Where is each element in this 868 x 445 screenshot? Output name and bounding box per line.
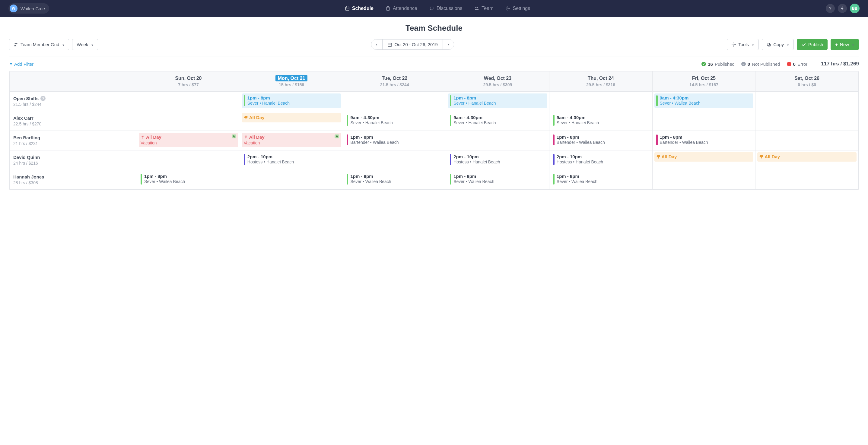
schedule-cell[interactable] xyxy=(652,111,755,131)
prev-week-button[interactable]: ‹ xyxy=(371,39,382,49)
shift-card[interactable]: 1pm - 8pmSever • Wailea Beach xyxy=(448,172,547,186)
schedule-cell[interactable] xyxy=(343,150,446,170)
day-header: Sat, Oct 260 hrs / $0 xyxy=(755,71,859,92)
row-summary: 24 hrs / $216 xyxy=(13,161,133,166)
day-label: Fri, Oct 25 xyxy=(692,76,716,81)
shift-card[interactable]: 1pm - 8pmBartender • Wailea Beach xyxy=(345,133,444,147)
shift-desc: Bartender • Wailea Beach xyxy=(660,140,708,145)
shift-card[interactable]: 9am - 4:30pmSever • Hanalei Beach xyxy=(345,113,444,128)
user-avatar[interactable]: BB xyxy=(850,4,860,13)
shift-card[interactable]: 1pm - 8pmSever • Hanalei Beach xyxy=(448,94,547,108)
svg-point-6 xyxy=(475,7,477,8)
schedule-cell[interactable]: All Day xyxy=(240,111,343,131)
schedule-cell[interactable] xyxy=(652,170,755,190)
shift-card[interactable]: 1pm - 8pmSever • Wailea Beach xyxy=(345,172,444,186)
tools-button[interactable]: Tools xyxy=(727,39,759,50)
add-filter-button[interactable]: Add Filter xyxy=(9,62,33,67)
row-name: Alex Carr xyxy=(13,115,133,121)
schedule-cell[interactable]: 1pm - 8pmBartender • Wailea Beach xyxy=(343,131,446,150)
team-icon xyxy=(13,42,19,47)
schedule-cell[interactable]: All DayVacationA xyxy=(137,131,240,150)
shift-card[interactable]: 1pm - 8pmBartender • Wailea Beach xyxy=(551,133,650,147)
schedule-cell[interactable] xyxy=(240,170,343,190)
help-button[interactable]: ? xyxy=(826,4,835,13)
schedule-cell[interactable] xyxy=(137,111,240,131)
schedule-cell[interactable] xyxy=(755,92,859,111)
row-header: Open Shifts ?21.5 hrs / $244 xyxy=(10,92,137,111)
schedule-cell[interactable]: 2pm - 10pmHostess • Hanalei Beach xyxy=(549,150,652,170)
nav-team[interactable]: Team xyxy=(474,6,493,11)
shift-card[interactable]: 9am - 4:30pmSever • Hanalei Beach xyxy=(448,113,547,128)
schedule-cell[interactable] xyxy=(755,170,859,190)
schedule-cell[interactable]: 2pm - 10pmHostess • Hanalei Beach xyxy=(446,150,549,170)
schedule-cell[interactable]: 1pm - 8pmSever • Wailea Beach xyxy=(549,170,652,190)
schedule-cell[interactable]: All Day xyxy=(652,150,755,170)
brand-switcher[interactable]: W Wailea Cafe xyxy=(8,3,49,13)
shift-card[interactable]: All DayVacationA xyxy=(139,133,238,147)
shift-desc: Hostess • Hanalei Beach xyxy=(454,160,500,164)
row-name: Open Shifts ? xyxy=(13,96,133,101)
shift-desc: Sever • Hanalei Beach xyxy=(454,101,496,105)
nav-settings[interactable]: Settings xyxy=(505,6,530,11)
publish-button[interactable]: Publish xyxy=(797,39,828,50)
nav-discussions[interactable]: Discussions xyxy=(429,6,462,11)
schedule-cell[interactable] xyxy=(755,131,859,150)
schedule-cell[interactable] xyxy=(446,131,549,150)
shift-card[interactable]: 2pm - 10pmHostess • Hanalei Beach xyxy=(551,152,650,167)
shift-card[interactable]: All Day xyxy=(654,152,754,162)
timespan-select[interactable]: Week xyxy=(72,39,98,50)
next-week-button[interactable]: › xyxy=(443,39,454,49)
schedule-cell[interactable] xyxy=(549,92,652,111)
gear-icon xyxy=(505,6,510,11)
schedule-cell[interactable]: All Day xyxy=(755,150,859,170)
shift-color-bar xyxy=(450,95,451,106)
schedule-cell[interactable] xyxy=(755,111,859,131)
schedule-cell[interactable]: 1pm - 8pmSever • Hanalei Beach xyxy=(240,92,343,111)
shift-card[interactable]: All Day xyxy=(242,113,341,123)
help-icon: ? xyxy=(40,96,45,101)
shift-time: 9am - 4:30pm xyxy=(557,115,599,120)
shift-color-bar xyxy=(347,134,348,145)
schedule-cell[interactable]: 9am - 4:30pmSever • Hanalei Beach xyxy=(343,111,446,131)
copy-button[interactable]: Copy xyxy=(762,39,794,50)
schedule-cell[interactable]: 1pm - 8pmBartender • Wailea Beach xyxy=(652,131,755,150)
activity-button[interactable] xyxy=(838,4,847,13)
shift-desc: Sever • Wailea Beach xyxy=(144,179,185,184)
shift-card[interactable]: 9am - 4:30pmSever • Hanalei Beach xyxy=(551,113,650,128)
date-range-button[interactable]: Oct 20 - Oct 26, 2019 xyxy=(382,39,443,49)
schedule-row: Ben Bartling21 hrs / $231All DayVacation… xyxy=(10,131,859,150)
schedule-cell[interactable]: 1pm - 8pmSever • Wailea Beach xyxy=(446,170,549,190)
schedule-cell[interactable] xyxy=(137,92,240,111)
schedule-cell[interactable]: 9am - 4:30pmSever • Hanalei Beach xyxy=(446,111,549,131)
shift-card[interactable]: 1pm - 8pmSever • Hanalei Beach xyxy=(242,94,341,108)
schedule-cell[interactable]: 1pm - 8pmSever • Hanalei Beach xyxy=(446,92,549,111)
shift-card[interactable]: All DayVacationA xyxy=(242,133,341,147)
brand-name: Wailea Cafe xyxy=(21,6,45,11)
shift-card[interactable]: All Day xyxy=(757,152,857,162)
shift-desc: Sever • Hanalei Beach xyxy=(454,120,496,125)
shift-card[interactable]: 9am - 4:30pmSever • Wailea Beach xyxy=(654,94,754,108)
shift-card[interactable]: 1pm - 8pmBartender • Wailea Beach xyxy=(654,133,754,147)
schedule-cell[interactable] xyxy=(343,92,446,111)
shift-card[interactable]: 2pm - 10pmHostess • Hanalei Beach xyxy=(448,152,547,167)
palm-icon xyxy=(141,135,145,140)
shift-card[interactable]: 1pm - 8pmSever • Wailea Beach xyxy=(139,172,238,186)
schedule-cell[interactable]: 9am - 4:30pmSever • Wailea Beach xyxy=(652,92,755,111)
shift-card[interactable]: 2pm - 10pmHostess • Hanalei Beach xyxy=(242,152,341,167)
schedule-cell[interactable] xyxy=(137,150,240,170)
alert-circle-icon: ! xyxy=(787,62,792,66)
plus-icon: + xyxy=(835,42,838,47)
shift-card[interactable]: 1pm - 8pmSever • Wailea Beach xyxy=(551,172,650,186)
nav-attendance[interactable]: Attendance xyxy=(385,6,417,11)
schedule-cell[interactable]: 1pm - 8pmBartender • Wailea Beach xyxy=(549,131,652,150)
schedule-cell[interactable]: All DayVacationA xyxy=(240,131,343,150)
schedule-cell[interactable]: 9am - 4:30pmSever • Hanalei Beach xyxy=(549,111,652,131)
schedule-cell[interactable]: 2pm - 10pmHostess • Hanalei Beach xyxy=(240,150,343,170)
schedule-cell[interactable]: 1pm - 8pmSever • Wailea Beach xyxy=(137,170,240,190)
shift-time: 1pm - 8pm xyxy=(557,174,597,179)
nav-schedule[interactable]: Schedule xyxy=(345,6,373,11)
schedule-cell[interactable]: 1pm - 8pmSever • Wailea Beach xyxy=(343,170,446,190)
shift-color-bar xyxy=(244,154,245,165)
view-mode-select[interactable]: Team Member Grid xyxy=(9,39,69,50)
new-button[interactable]: + New xyxy=(831,39,859,50)
